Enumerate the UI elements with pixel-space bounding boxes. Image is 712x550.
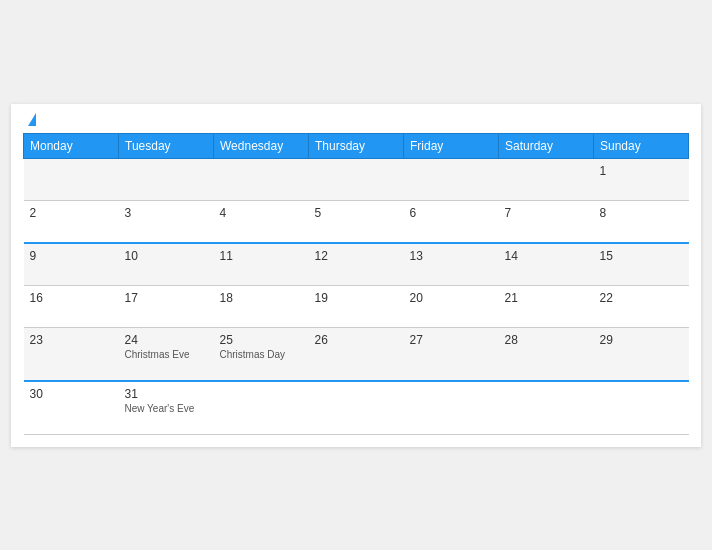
- day-number-empty: [220, 164, 303, 178]
- day-number-empty: [600, 387, 683, 401]
- day-number: 18: [220, 291, 303, 305]
- day-cell: 19: [309, 285, 404, 327]
- weekday-header-sunday: Sunday: [594, 133, 689, 158]
- day-number: 12: [315, 249, 398, 263]
- day-cell: [214, 158, 309, 200]
- day-number: 19: [315, 291, 398, 305]
- day-cell: 10: [119, 243, 214, 286]
- day-cell: 3: [119, 200, 214, 243]
- day-cell: 21: [499, 285, 594, 327]
- day-number: 31: [125, 387, 208, 401]
- day-cell: 7: [499, 200, 594, 243]
- weekday-header-tuesday: Tuesday: [119, 133, 214, 158]
- day-number-empty: [315, 387, 398, 401]
- day-cell: [119, 158, 214, 200]
- calendar-grid: MondayTuesdayWednesdayThursdayFridaySatu…: [23, 133, 689, 435]
- week-row-4: 2324Christmas Eve25Christmas Day26272829: [24, 327, 689, 381]
- day-cell: 28: [499, 327, 594, 381]
- day-number: 21: [505, 291, 588, 305]
- day-cell: 9: [24, 243, 119, 286]
- day-cell: [309, 158, 404, 200]
- day-event: New Year's Eve: [125, 403, 208, 414]
- day-cell: 17: [119, 285, 214, 327]
- day-number-empty: [410, 164, 493, 178]
- day-cell: 29: [594, 327, 689, 381]
- day-cell: 25Christmas Day: [214, 327, 309, 381]
- day-cell: [404, 381, 499, 435]
- week-row-5: 3031New Year's Eve: [24, 381, 689, 435]
- day-number: 15: [600, 249, 683, 263]
- weekday-header-row: MondayTuesdayWednesdayThursdayFridaySatu…: [24, 133, 689, 158]
- day-cell: 2: [24, 200, 119, 243]
- day-number-empty: [125, 164, 208, 178]
- day-cell: 24Christmas Eve: [119, 327, 214, 381]
- day-number-empty: [220, 387, 303, 401]
- day-number: 30: [30, 387, 113, 401]
- day-cell: 11: [214, 243, 309, 286]
- day-cell: 12: [309, 243, 404, 286]
- day-number: 26: [315, 333, 398, 347]
- day-number: 11: [220, 249, 303, 263]
- day-cell: 8: [594, 200, 689, 243]
- day-cell: 30: [24, 381, 119, 435]
- day-number: 6: [410, 206, 493, 220]
- day-cell: 6: [404, 200, 499, 243]
- day-cell: [24, 158, 119, 200]
- day-number-empty: [505, 164, 588, 178]
- logo-triangle-icon: [28, 113, 36, 126]
- day-number: 2: [30, 206, 113, 220]
- day-number: 8: [600, 206, 683, 220]
- day-number-empty: [315, 164, 398, 178]
- day-number-empty: [505, 387, 588, 401]
- day-number: 24: [125, 333, 208, 347]
- day-number: 5: [315, 206, 398, 220]
- day-number-empty: [410, 387, 493, 401]
- day-number: 25: [220, 333, 303, 347]
- day-number-empty: [30, 164, 113, 178]
- week-row-3: 16171819202122: [24, 285, 689, 327]
- day-number: 1: [600, 164, 683, 178]
- week-row-0: 1: [24, 158, 689, 200]
- logo: [27, 114, 36, 127]
- day-number: 20: [410, 291, 493, 305]
- day-cell: [499, 158, 594, 200]
- day-cell: [214, 381, 309, 435]
- day-cell: 26: [309, 327, 404, 381]
- calendar-container: MondayTuesdayWednesdayThursdayFridaySatu…: [11, 104, 701, 447]
- day-number: 22: [600, 291, 683, 305]
- weekday-header-saturday: Saturday: [499, 133, 594, 158]
- day-cell: 22: [594, 285, 689, 327]
- day-number: 7: [505, 206, 588, 220]
- day-cell: 14: [499, 243, 594, 286]
- day-cell: 1: [594, 158, 689, 200]
- day-cell: [309, 381, 404, 435]
- day-cell: 18: [214, 285, 309, 327]
- week-row-1: 2345678: [24, 200, 689, 243]
- day-number: 29: [600, 333, 683, 347]
- day-number: 4: [220, 206, 303, 220]
- day-cell: 4: [214, 200, 309, 243]
- week-row-2: 9101112131415: [24, 243, 689, 286]
- day-number: 28: [505, 333, 588, 347]
- day-cell: 5: [309, 200, 404, 243]
- weekday-header-monday: Monday: [24, 133, 119, 158]
- day-number: 13: [410, 249, 493, 263]
- weekday-header-friday: Friday: [404, 133, 499, 158]
- day-event: Christmas Eve: [125, 349, 208, 360]
- day-number: 10: [125, 249, 208, 263]
- day-cell: 16: [24, 285, 119, 327]
- day-number: 3: [125, 206, 208, 220]
- day-number: 14: [505, 249, 588, 263]
- day-number: 23: [30, 333, 113, 347]
- day-cell: [404, 158, 499, 200]
- day-event: Christmas Day: [220, 349, 303, 360]
- day-cell: 20: [404, 285, 499, 327]
- day-number: 16: [30, 291, 113, 305]
- day-number: 17: [125, 291, 208, 305]
- day-number: 9: [30, 249, 113, 263]
- day-cell: [594, 381, 689, 435]
- weekday-header-thursday: Thursday: [309, 133, 404, 158]
- day-cell: 13: [404, 243, 499, 286]
- day-number: 27: [410, 333, 493, 347]
- calendar-header: [23, 114, 689, 127]
